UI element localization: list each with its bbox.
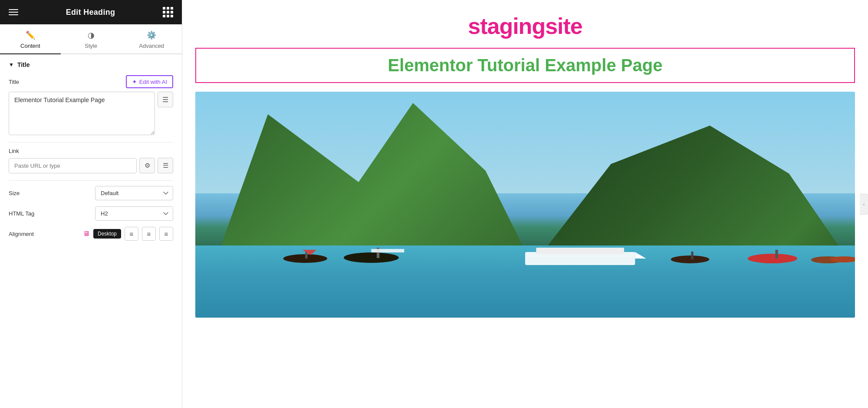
divider-1	[9, 142, 173, 143]
title-label: Title	[9, 79, 19, 85]
svg-point-9	[671, 255, 710, 263]
align-left-icon: ≡	[130, 230, 134, 238]
alignment-label: Alignment	[9, 231, 34, 237]
tab-content[interactable]: ✏️ Content	[0, 24, 61, 53]
divider-2	[9, 180, 173, 181]
link-database-icon: ☰	[163, 162, 168, 169]
hamburger-menu-icon[interactable]	[9, 9, 18, 15]
panel-content: ▼ Title Title ✦ Edit with AI Elementor T…	[0, 54, 182, 408]
size-label: Size	[9, 190, 20, 196]
align-center-icon: ≡	[147, 230, 151, 238]
canvas-area: stagingsite Elementor Tutorial Example P…	[182, 0, 868, 408]
tab-advanced-label: Advanced	[139, 43, 164, 49]
heading-text: Elementor Tutorial Example Page	[209, 56, 841, 75]
size-select[interactable]: Default Small Medium Large XL XXL	[95, 186, 173, 200]
water-layer	[195, 245, 855, 318]
align-left-button[interactable]: ≡	[125, 227, 138, 241]
device-responsive-icon[interactable]: 🖥	[83, 230, 90, 238]
ai-sparkle-icon: ✦	[132, 78, 137, 85]
size-row: Size Default Small Medium Large XL XXL	[9, 186, 173, 200]
link-section: Link ⚙ ☰	[9, 148, 173, 173]
boats-svg	[195, 245, 855, 272]
html-tag-row: HTML Tag H1 H2 H3 H4 H5 H6 div span p	[9, 206, 173, 221]
site-header: stagingsite	[182, 0, 868, 48]
panel-tabs: ✏️ Content ◑ Style ⚙️ Advanced	[0, 24, 182, 54]
sidebar: Edit Heading ✏️ Content ◑ Style ⚙️ Advan…	[0, 0, 182, 408]
database-icon: ☰	[162, 96, 168, 104]
heading-element[interactable]: Elementor Tutorial Example Page	[195, 48, 855, 83]
apps-grid-icon[interactable]	[163, 7, 173, 17]
link-dynamic-button[interactable]: ☰	[158, 158, 173, 173]
html-tag-select[interactable]: H1 H2 H3 H4 H5 H6 div span p	[95, 206, 173, 221]
svg-point-3	[344, 252, 399, 263]
title-section-header: ▼ Title	[9, 61, 173, 68]
style-icon: ◑	[88, 30, 95, 40]
align-right-icon: ≡	[164, 230, 168, 238]
panel-title: Edit Heading	[66, 8, 115, 17]
landscape-image	[195, 92, 855, 318]
link-settings-button[interactable]: ⚙	[139, 158, 155, 173]
tab-content-label: Content	[20, 43, 40, 49]
tab-style-label: Style	[85, 43, 97, 49]
align-right-button[interactable]: ≡	[159, 227, 173, 241]
edit-ai-button[interactable]: ✦ Edit with AI	[126, 75, 173, 88]
svg-rect-5	[371, 249, 404, 252]
link-label: Link	[9, 148, 173, 154]
pencil-icon: ✏️	[26, 30, 35, 40]
gear-icon: ⚙️	[147, 30, 156, 40]
alignment-row: Alignment 🖥 Desktop ≡ ≡ ≡	[9, 227, 173, 241]
tab-advanced[interactable]: ⚙️ Advanced	[121, 24, 182, 53]
section-title-label: Title	[17, 61, 30, 68]
svg-rect-10	[691, 252, 694, 259]
html-tag-label: HTML Tag	[9, 210, 34, 217]
sidebar-header: Edit Heading	[0, 0, 182, 24]
svg-rect-7	[536, 248, 624, 254]
dynamic-tags-button[interactable]: ☰	[158, 92, 173, 107]
tab-style[interactable]: ◑ Style	[61, 24, 122, 53]
device-label: Desktop	[98, 231, 117, 237]
section-collapse-icon[interactable]: ▼	[9, 62, 14, 68]
title-field-row: Title ✦ Edit with AI	[9, 75, 173, 88]
settings-icon: ⚙	[145, 162, 150, 169]
svg-rect-12	[775, 250, 778, 259]
svg-point-11	[748, 254, 797, 263]
link-input-row: ⚙ ☰	[9, 158, 173, 173]
device-badge[interactable]: Desktop	[93, 229, 121, 239]
site-logo: stagingsite	[200, 13, 851, 39]
title-textarea-wrapper: Elementor Tutorial Example Page ☰	[9, 92, 173, 135]
svg-marker-8	[635, 252, 646, 259]
title-textarea[interactable]: Elementor Tutorial Example Page	[9, 92, 155, 135]
link-input[interactable]	[9, 158, 137, 173]
align-center-button[interactable]: ≡	[142, 227, 156, 241]
